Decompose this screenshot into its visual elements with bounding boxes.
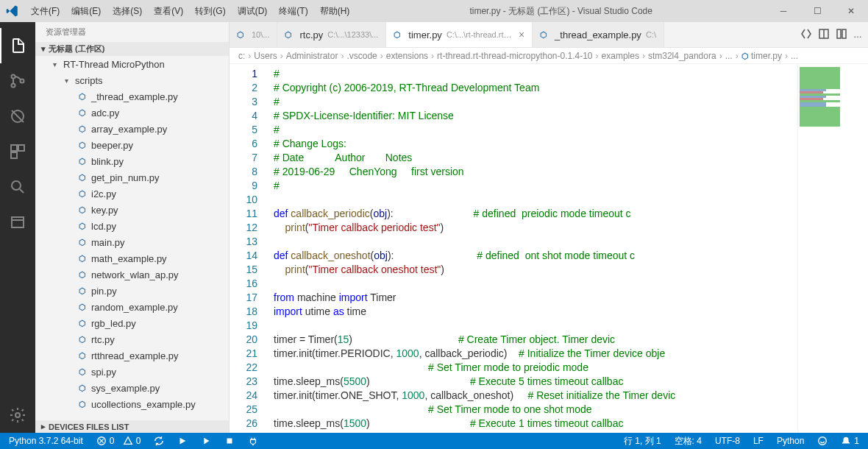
python-file-icon: ⬡ xyxy=(77,220,88,232)
status-eol[interactable]: LF xyxy=(750,436,766,446)
file-item[interactable]: ⬡key.py xyxy=(35,202,229,218)
editor-tab[interactable]: ⬡_thread_example.pyC:\ xyxy=(533,22,664,47)
devices-section[interactable]: ▸DEVICES FILES LIST xyxy=(35,420,229,433)
file-item[interactable]: ⬡main.py xyxy=(35,234,229,250)
file-item[interactable]: ⬡get_pin_num.py xyxy=(35,169,229,185)
breadcrumb-item[interactable]: c: xyxy=(238,51,245,61)
file-item[interactable]: ⬡ucollections_example.py xyxy=(35,396,229,412)
python-file-icon: ⬡ xyxy=(77,350,88,361)
menu-item[interactable]: 终端(T) xyxy=(273,0,313,22)
file-item[interactable]: ⬡pin.py xyxy=(35,283,229,299)
python-file-icon: ⬡ xyxy=(77,139,88,151)
breadcrumb-item[interactable]: .vscode xyxy=(346,51,377,61)
close-button[interactable]: ✕ xyxy=(834,0,868,22)
breadcrumb-item[interactable]: ... xyxy=(791,51,798,61)
project-folder[interactable]: ▾RT-Thread MicroPython xyxy=(35,56,229,72)
vscode-logo-icon xyxy=(0,0,25,22)
file-item[interactable]: ⬡rgb_led.py xyxy=(35,315,229,331)
file-item[interactable]: ⬡lcd.py xyxy=(35,218,229,234)
svg-rect-14 xyxy=(227,439,232,444)
python-file-icon: ⬡ xyxy=(77,285,88,297)
file-item[interactable]: ⬡beeper.py xyxy=(35,137,229,153)
file-item[interactable]: ⬡blink.py xyxy=(35,153,229,169)
maximize-button[interactable]: ☐ xyxy=(800,0,834,22)
menu-item[interactable]: 查看(V) xyxy=(148,0,189,22)
svg-point-2 xyxy=(21,79,24,83)
python-file-icon: ⬡ xyxy=(77,107,88,119)
settings-gear-icon[interactable] xyxy=(0,397,35,433)
editor-tab[interactable]: ⬡rtc.pyC:\...\12333\... xyxy=(277,22,386,47)
status-run-icon[interactable] xyxy=(174,436,191,446)
python-file-icon: ⬡ xyxy=(77,269,88,280)
python-file-icon: ⬡ xyxy=(77,366,88,378)
editor-tab[interactable]: ⬡timer.pyC:\...\rt-thread.rt-thread-micr… xyxy=(386,22,533,47)
menu-item[interactable]: 选择(S) xyxy=(107,0,148,22)
source-control-icon[interactable] xyxy=(0,63,35,99)
menu-item[interactable]: 编辑(E) xyxy=(65,0,107,22)
status-encoding[interactable]: UTF-8 xyxy=(712,436,743,446)
file-item[interactable]: ⬡random_example.py xyxy=(35,299,229,315)
minimap[interactable] xyxy=(797,64,868,433)
status-python[interactable]: Python 3.7.2 64-bit xyxy=(6,436,86,446)
svg-point-1 xyxy=(12,84,15,88)
close-tab-icon[interactable]: × xyxy=(519,29,524,40)
python-file-icon: ⬡ xyxy=(77,398,88,410)
status-stop-icon[interactable] xyxy=(221,436,238,446)
file-item[interactable]: ⬡rtc.py xyxy=(35,331,229,347)
menu-item[interactable]: 帮助(H) xyxy=(314,0,356,22)
menu-item[interactable]: 转到(G) xyxy=(189,0,231,22)
breadcrumb-item[interactable]: ... xyxy=(725,51,733,61)
extensions-icon[interactable] xyxy=(0,134,35,169)
status-language[interactable]: Python xyxy=(774,436,807,446)
search-icon[interactable] xyxy=(0,169,35,205)
python-file-icon: ⬡ xyxy=(77,123,88,135)
file-item[interactable]: ⬡_thread_example.py xyxy=(35,88,229,105)
status-play-icon[interactable] xyxy=(198,436,214,446)
sidebar-title: 资源管理器 xyxy=(35,22,229,42)
svg-rect-11 xyxy=(837,29,841,38)
status-plug-icon[interactable] xyxy=(245,436,261,446)
python-file-icon: ⬡ xyxy=(77,188,88,199)
editor-tab[interactable]: ⬡10\... xyxy=(230,22,277,47)
file-item[interactable]: ⬡sys_example.py xyxy=(35,380,229,396)
menu-item[interactable]: 调试(D) xyxy=(232,0,274,22)
debug-icon[interactable] xyxy=(0,99,35,134)
breadcrumb-item[interactable]: extensions xyxy=(386,51,428,61)
status-errors[interactable]: 0 0 xyxy=(93,436,144,446)
breadcrumb-item[interactable]: examples xyxy=(602,51,639,61)
explorer-icon[interactable] xyxy=(0,28,35,63)
file-item[interactable]: ⬡network_wlan_ap.py xyxy=(35,266,229,283)
breadcrumb-item[interactable]: ⬡ timer.py xyxy=(741,51,782,61)
svg-rect-8 xyxy=(12,217,24,227)
breadcrumb-item[interactable]: stm32l4_pandora xyxy=(648,51,716,61)
menu-item[interactable]: 文件(F) xyxy=(25,0,65,22)
status-notifications[interactable]: 1 xyxy=(838,436,862,446)
python-file-icon: ⬡ xyxy=(77,317,88,329)
split-icon[interactable] xyxy=(818,28,830,42)
status-sync-icon[interactable] xyxy=(151,436,167,446)
file-item[interactable]: ⬡math_example.py xyxy=(35,250,229,266)
breadcrumb-item[interactable]: Administrator xyxy=(286,51,338,61)
compare-icon[interactable] xyxy=(800,28,812,42)
breadcrumb-item[interactable]: Users xyxy=(254,51,277,61)
status-spaces[interactable]: 空格: 4 xyxy=(672,435,705,448)
file-item[interactable]: ⬡array_example.py xyxy=(35,121,229,137)
layout-icon[interactable] xyxy=(836,28,847,42)
code-editor[interactable]: ## Copyright (c) 2006-2019, RT-Thread De… xyxy=(268,64,797,433)
python-file-icon: ⬡ xyxy=(77,333,88,345)
python-file-icon: ⬡ xyxy=(77,301,88,313)
svg-point-0 xyxy=(12,75,15,79)
status-feedback-icon[interactable] xyxy=(814,436,830,446)
workspace-header[interactable]: ▾无标题 (工作区) xyxy=(35,42,229,56)
more-icon[interactable]: … xyxy=(853,29,862,40)
python-file-icon: ⬡ xyxy=(394,30,404,40)
file-item[interactable]: ⬡adc.py xyxy=(35,105,229,121)
status-cursor[interactable]: 行 1, 列 1 xyxy=(621,435,664,448)
file-item[interactable]: ⬡rtthread_example.py xyxy=(35,347,229,364)
minimize-button[interactable]: ─ xyxy=(766,0,800,22)
file-item[interactable]: ⬡spi.py xyxy=(35,364,229,380)
breadcrumb-item[interactable]: rt-thread.rt-thread-micropython-0.1.4-10 xyxy=(437,51,592,61)
file-item[interactable]: ⬡i2c.py xyxy=(35,185,229,202)
scripts-folder[interactable]: ▾scripts xyxy=(35,72,229,88)
output-icon[interactable] xyxy=(0,205,35,240)
